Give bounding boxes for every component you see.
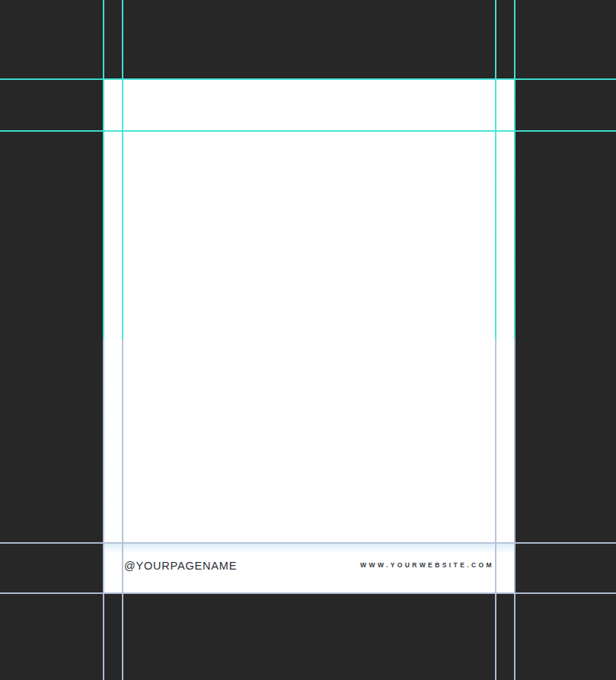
guide-vertical-inner-right xyxy=(495,0,496,680)
guide-horizontal-top-outer xyxy=(0,78,616,80)
footer-page-name-text[interactable]: @YOURPAGENAME xyxy=(124,560,237,572)
guide-vertical-outer-right xyxy=(514,0,515,680)
guide-vertical-outer-left xyxy=(103,0,104,680)
footer-website-url-text[interactable]: WWW.YOURWEBSITE.COM xyxy=(360,561,494,569)
canvas-page xyxy=(103,78,514,593)
guide-vertical-inner-left xyxy=(122,0,123,680)
guide-horizontal-bottom-inner xyxy=(0,542,616,544)
guide-horizontal-bottom-outer xyxy=(0,592,616,594)
pasteboard: @YOURPAGENAME WWW.YOURWEBSITE.COM xyxy=(0,0,616,680)
guide-horizontal-top-inner xyxy=(0,130,616,132)
